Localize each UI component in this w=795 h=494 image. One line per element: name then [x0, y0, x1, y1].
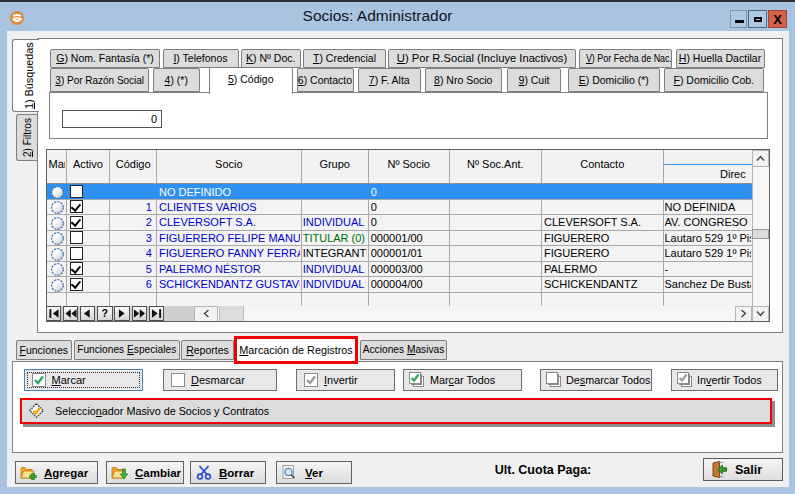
svg-text:?: ?: [102, 307, 108, 319]
